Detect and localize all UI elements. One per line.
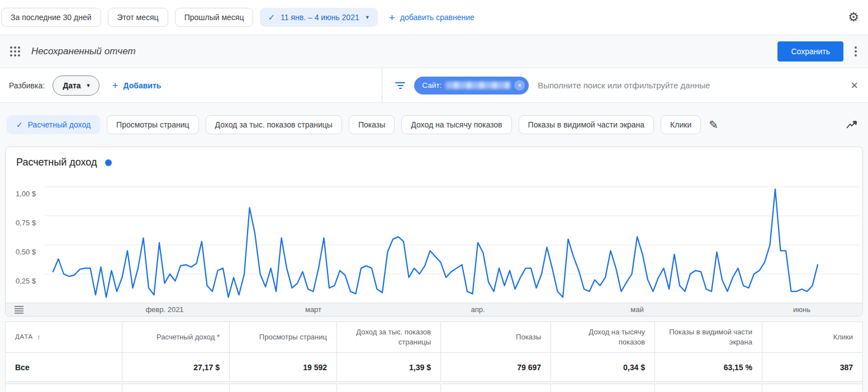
breakdown-dimension-dropdown[interactable]: Дата ▼ [53,75,99,96]
chart-card: Расчетный доход 0,25 $0,50 $0,75 $1,00 $… [5,147,863,317]
metric-tab-page-views[interactable]: Просмотры страниц [107,115,198,134]
metric-tab-page-rpm[interactable]: Доход за тыс. показов страницы [206,115,342,134]
close-icon[interactable]: × [851,79,858,92]
filter-panel: Сайт: × × [382,68,868,102]
series-legend-dot [105,159,112,166]
metrics-bar: ✓ Расчетный доход Просмотры страниц Дохо… [0,103,868,147]
svg-text:апр.: апр. [471,305,485,314]
column-header-page-rpm[interactable]: Доход за тыс. показов страницы [336,322,440,352]
metric-tab-clicks[interactable]: Клики [661,115,701,134]
svg-text:июнь: июнь [793,305,810,314]
totals-date: Все [6,353,122,381]
table-totals-row: Все 27,17 $ 19 592 1,39 $ 79 697 0,34 $ … [6,353,862,381]
metric-tab-estimated-earnings[interactable]: ✓ Расчетный доход [7,115,100,134]
add-comparison-button[interactable]: + добавить сравнение [389,12,475,23]
edit-metrics-icon[interactable]: ✎ [709,118,718,131]
column-header-impressions[interactable]: Показы [440,322,551,352]
totals-clicks: 387 [762,353,862,381]
site-chip-prefix: Сайт: [422,81,442,89]
preset-last-30-days-button[interactable]: За последние 30 дней [1,8,101,27]
column-header-viewable-impressions[interactable]: Показы в видимой части экрана [654,322,762,352]
sort-ascending-icon: ↑ [37,332,41,342]
kebab-menu-icon[interactable] [852,44,859,59]
svg-text:март: март [305,305,321,314]
totals-impression-rpm: 0,34 $ [551,353,654,381]
check-icon: ✓ [16,120,23,129]
metric-tab-impressions[interactable]: Показы [349,115,395,134]
breakdown-panel: Разбивка: Дата ▼ + Добавить [0,68,382,102]
breakdown-label: Разбивка: [9,81,45,90]
plus-icon: + [112,80,118,91]
totals-impressions: 79 697 [440,353,551,381]
totals-page-views: 19 592 [229,353,336,381]
metric-tab-viewable-impressions[interactable]: Показы в видимой части экрана [519,115,654,134]
remove-filter-icon[interactable]: × [514,80,525,91]
filter-icon [395,82,406,89]
column-header-estimated-earnings[interactable]: Расчетный доход * [122,322,229,352]
svg-text:февр. 2021: февр. 2021 [145,305,183,314]
report-table: Дата ↑ Расчетный доход * Просмотры стран… [5,322,863,391]
column-header-page-views[interactable]: Просмотры страниц [229,322,336,352]
site-chip-value-redacted [445,82,510,89]
plus-icon: + [389,12,395,23]
date-range-label: 11 янв. – 4 июнь 2021 [281,13,359,22]
apps-grid-icon[interactable] [9,45,21,58]
preset-last-month-button[interactable]: Прошлый месяц [175,8,254,27]
date-toolbar: За последние 30 дней Этот месяц Прошлый … [0,0,868,35]
svg-text:0,25 $: 0,25 $ [16,277,36,285]
table-header-row: Дата ↑ Расчетный доход * Просмотры стран… [6,322,862,353]
save-button[interactable]: Сохранить [777,41,843,62]
svg-text:0,75 $: 0,75 $ [16,219,36,227]
metric-tab-impression-rpm[interactable]: Доход на тысячу показов [401,115,511,134]
chart-title: Расчетный доход [16,157,97,168]
chevron-down-icon: ▼ [365,15,370,20]
date-range-selector[interactable]: ✓ 11 янв. – 4 июнь 2021 ▼ [260,8,377,27]
preset-this-month-button[interactable]: Этот месяц [108,8,168,27]
site-filter-chip[interactable]: Сайт: × [414,77,529,95]
column-header-impression-rpm[interactable]: Доход на тысячу показов [551,322,654,352]
breakdown-filter-bar: Разбивка: Дата ▼ + Добавить Сайт: × × [0,68,868,103]
report-title: Несохраненный отчет [31,46,136,57]
table-row [6,384,862,391]
totals-viewable-impressions: 63,15 % [654,353,762,381]
add-breakdown-button[interactable]: + Добавить [112,80,161,91]
column-header-date[interactable]: Дата ↑ [6,322,122,352]
search-input[interactable] [538,81,851,90]
svg-text:май: май [630,305,643,314]
report-header: Несохраненный отчет Сохранить [0,35,868,68]
totals-page-rpm: 1,39 $ [336,353,440,381]
column-header-clicks[interactable]: Клики [762,322,862,352]
svg-text:1,00 $: 1,00 $ [16,190,36,198]
chevron-down-icon: ▼ [86,83,91,88]
chart-title-row: Расчетный доход [6,147,862,168]
gear-icon[interactable]: ⚙ [848,10,859,25]
toggle-chart-icon[interactable] [846,119,858,130]
svg-text:0,50 $: 0,50 $ [16,248,36,256]
check-icon: ✓ [268,12,275,22]
totals-estimated-earnings: 27,17 $ [122,353,229,381]
estimated-earnings-chart[interactable]: 0,25 $0,50 $0,75 $1,00 $февр. 2021мартап… [6,171,862,317]
